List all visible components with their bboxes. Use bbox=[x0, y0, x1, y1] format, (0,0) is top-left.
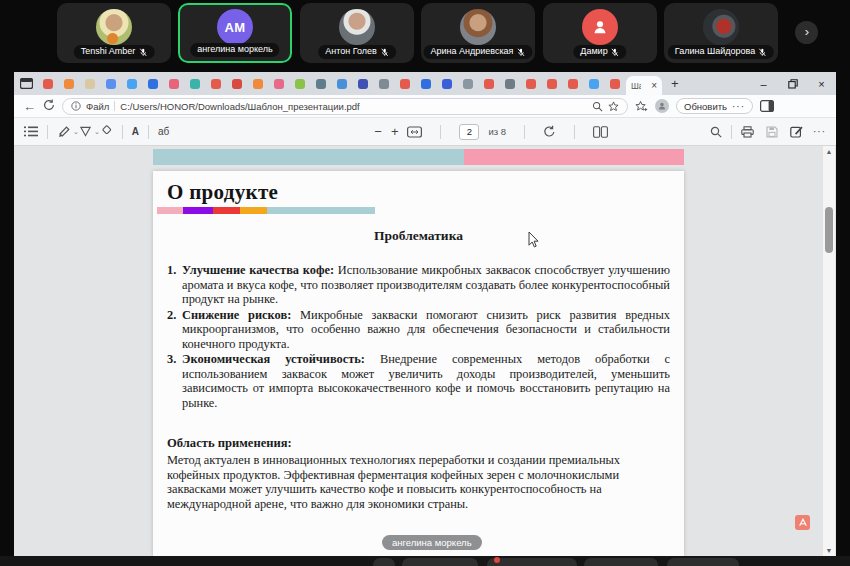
meeting-control-button[interactable] bbox=[667, 558, 739, 566]
back-icon[interactable]: ← bbox=[23, 100, 36, 113]
print-icon[interactable] bbox=[741, 126, 754, 138]
divider bbox=[440, 125, 441, 139]
participant-tile-active-speaker[interactable]: AM ангелина моркель bbox=[178, 3, 292, 63]
highlighter-icon[interactable]: ⌄ bbox=[57, 125, 79, 138]
browser-tab[interactable] bbox=[227, 72, 248, 95]
read-aloud-icon[interactable]: аб bbox=[158, 126, 169, 137]
participant-tile[interactable]: Tenshi Amber bbox=[57, 3, 171, 63]
participants-next-button[interactable]: › bbox=[795, 21, 818, 44]
url-field[interactable]: Файл C:/Users/HONOR/Downloads/Шаблон_пре… bbox=[62, 98, 628, 115]
browser-tab[interactable] bbox=[500, 72, 521, 95]
active-tab[interactable]: Ша × bbox=[626, 76, 662, 95]
mic-muted-icon bbox=[758, 48, 767, 57]
favorite-star-icon[interactable] bbox=[608, 101, 619, 112]
window-minimize-button[interactable]: – bbox=[749, 72, 778, 95]
table-of-contents-icon[interactable] bbox=[24, 126, 38, 137]
browser-tab[interactable] bbox=[269, 72, 290, 95]
scroll-down-icon[interactable]: ▼ bbox=[823, 547, 835, 554]
meeting-control-button[interactable] bbox=[373, 558, 395, 566]
page-view-icon[interactable] bbox=[593, 126, 608, 138]
tab-favicon bbox=[547, 79, 557, 89]
browser-tab[interactable] bbox=[563, 72, 584, 95]
sidebar-toggle-icon[interactable] bbox=[760, 100, 774, 112]
previous-page-bottom bbox=[153, 149, 684, 165]
band-pink bbox=[464, 149, 684, 165]
browser-tab[interactable] bbox=[185, 72, 206, 95]
tab-favicon bbox=[484, 79, 494, 89]
zoom-out-button[interactable]: − bbox=[374, 124, 382, 139]
paragraph: Метод актуален в инновационных технологи… bbox=[167, 453, 670, 511]
browser-tab[interactable] bbox=[248, 72, 269, 95]
browser-tab[interactable] bbox=[122, 72, 143, 95]
page-number-input[interactable]: 2 bbox=[459, 124, 479, 140]
scroll-up-icon[interactable]: ▲ bbox=[823, 148, 835, 155]
save-icon[interactable] bbox=[766, 126, 778, 138]
save-as-edit-icon[interactable] bbox=[790, 125, 803, 138]
participant-tile[interactable]: Арина Андриевская bbox=[421, 3, 535, 63]
browser-tab[interactable] bbox=[164, 72, 185, 95]
person-icon bbox=[591, 18, 609, 36]
acrobat-button[interactable] bbox=[795, 515, 810, 530]
meeting-control-button[interactable] bbox=[487, 558, 577, 566]
tab-close-icon[interactable]: × bbox=[651, 80, 657, 91]
browser-tab[interactable] bbox=[521, 72, 542, 95]
browser-tab[interactable] bbox=[143, 72, 164, 95]
meeting-control-button[interactable] bbox=[402, 558, 478, 566]
browser-tab[interactable] bbox=[479, 72, 500, 95]
fit-to-width-icon[interactable] bbox=[407, 126, 422, 138]
participant-name: ангелина моркель bbox=[197, 45, 272, 55]
pdf-viewport[interactable]: О продукте Проблематика 1. Улучшение кач… bbox=[14, 146, 836, 556]
pdf-more-icon[interactable]: ··· bbox=[813, 126, 826, 137]
tab-favicon bbox=[589, 79, 599, 89]
participant-tile[interactable]: Дамир bbox=[543, 3, 657, 63]
add-text-icon[interactable]: A bbox=[132, 126, 139, 137]
refresh-icon[interactable] bbox=[43, 99, 55, 113]
browser-tab[interactable] bbox=[353, 72, 374, 95]
meeting-control-button[interactable] bbox=[584, 558, 658, 566]
list-text: Улучшение качества кофе: Использование м… bbox=[182, 263, 670, 307]
presenter-name-tag: ангелина моркель bbox=[382, 535, 482, 550]
search-icon[interactable] bbox=[710, 126, 722, 138]
avatar-initials: AM bbox=[224, 20, 245, 35]
pen-icon[interactable]: ⌄ bbox=[79, 125, 100, 138]
browser-tab[interactable] bbox=[437, 72, 458, 95]
info-icon[interactable] bbox=[71, 101, 81, 111]
participant-tile[interactable]: Галина Шайдорова bbox=[664, 3, 778, 63]
tab-favicon bbox=[505, 79, 515, 89]
window-restore-button[interactable] bbox=[778, 72, 807, 95]
window-close-button[interactable]: × bbox=[807, 72, 836, 95]
scrollbar-thumb[interactable] bbox=[825, 207, 833, 253]
browser-tab[interactable] bbox=[332, 72, 353, 95]
profile-avatar[interactable] bbox=[655, 99, 669, 113]
browser-tab[interactable] bbox=[605, 72, 626, 95]
browser-tab[interactable] bbox=[416, 72, 437, 95]
browser-tab[interactable] bbox=[584, 72, 605, 95]
browser-tab[interactable] bbox=[458, 72, 479, 95]
tab-favicon bbox=[568, 79, 578, 89]
browser-tab[interactable] bbox=[101, 72, 122, 95]
divider bbox=[122, 125, 123, 139]
tab-favicon bbox=[43, 79, 53, 89]
avatar bbox=[96, 9, 132, 45]
participant-tile[interactable]: Антон Голев bbox=[300, 3, 414, 63]
eraser-icon[interactable] bbox=[100, 125, 113, 138]
browser-tab[interactable] bbox=[59, 72, 80, 95]
rotate-icon[interactable] bbox=[543, 125, 556, 138]
zoom-in-button[interactable]: + bbox=[391, 124, 399, 139]
person-icon bbox=[657, 101, 667, 111]
browser-tab[interactable] bbox=[542, 72, 563, 95]
browser-update-button[interactable]: Обновить ··· bbox=[676, 98, 753, 114]
browser-tab[interactable] bbox=[374, 72, 395, 95]
browser-tab[interactable] bbox=[206, 72, 227, 95]
page-zoom-icon[interactable] bbox=[592, 101, 603, 112]
browser-tab[interactable] bbox=[38, 72, 59, 95]
scrollbar[interactable]: ▲ ▼ bbox=[823, 146, 835, 556]
browser-tab[interactable] bbox=[290, 72, 311, 95]
new-tab-button[interactable]: + bbox=[671, 76, 679, 91]
tab-favicon bbox=[169, 79, 179, 89]
tab-actions-menu-icon[interactable] bbox=[20, 78, 33, 89]
browser-tab[interactable] bbox=[311, 72, 332, 95]
add-favorite-icon[interactable] bbox=[635, 100, 648, 112]
browser-tab[interactable] bbox=[395, 72, 416, 95]
browser-tab[interactable] bbox=[80, 72, 101, 95]
